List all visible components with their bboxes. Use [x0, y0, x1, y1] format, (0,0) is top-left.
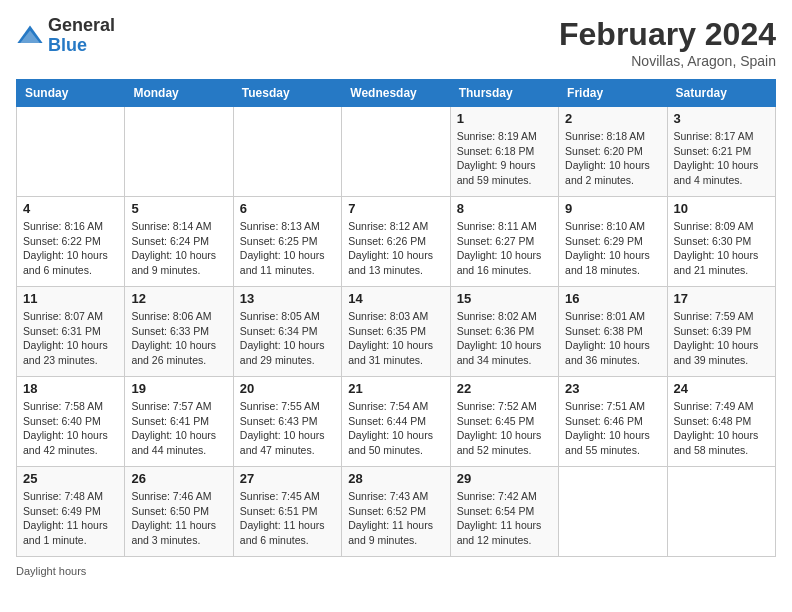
logo-general: General: [48, 15, 115, 35]
calendar-cell: 22Sunrise: 7:52 AMSunset: 6:45 PMDayligh…: [450, 377, 558, 467]
day-info: Sunrise: 8:09 AMSunset: 6:30 PMDaylight:…: [674, 219, 769, 278]
logo-icon: [16, 22, 44, 50]
day-number: 8: [457, 201, 552, 216]
calendar-cell: 10Sunrise: 8:09 AMSunset: 6:30 PMDayligh…: [667, 197, 775, 287]
week-row-3: 11Sunrise: 8:07 AMSunset: 6:31 PMDayligh…: [17, 287, 776, 377]
day-number: 25: [23, 471, 118, 486]
day-info: Sunrise: 7:58 AMSunset: 6:40 PMDaylight:…: [23, 399, 118, 458]
title-block: February 2024 Novillas, Aragon, Spain: [559, 16, 776, 69]
calendar-cell: 12Sunrise: 8:06 AMSunset: 6:33 PMDayligh…: [125, 287, 233, 377]
calendar-cell: [342, 107, 450, 197]
calendar-cell: [667, 467, 775, 557]
day-info: Sunrise: 8:03 AMSunset: 6:35 PMDaylight:…: [348, 309, 443, 368]
days-header-row: SundayMondayTuesdayWednesdayThursdayFrid…: [17, 80, 776, 107]
calendar-cell: 29Sunrise: 7:42 AMSunset: 6:54 PMDayligh…: [450, 467, 558, 557]
day-header-thursday: Thursday: [450, 80, 558, 107]
day-header-saturday: Saturday: [667, 80, 775, 107]
calendar-cell: 5Sunrise: 8:14 AMSunset: 6:24 PMDaylight…: [125, 197, 233, 287]
day-number: 27: [240, 471, 335, 486]
day-info: Sunrise: 7:51 AMSunset: 6:46 PMDaylight:…: [565, 399, 660, 458]
calendar-cell: 6Sunrise: 8:13 AMSunset: 6:25 PMDaylight…: [233, 197, 341, 287]
calendar-cell: [17, 107, 125, 197]
day-number: 19: [131, 381, 226, 396]
calendar-cell: 27Sunrise: 7:45 AMSunset: 6:51 PMDayligh…: [233, 467, 341, 557]
day-header-sunday: Sunday: [17, 80, 125, 107]
calendar-cell: 13Sunrise: 8:05 AMSunset: 6:34 PMDayligh…: [233, 287, 341, 377]
day-number: 6: [240, 201, 335, 216]
day-info: Sunrise: 8:10 AMSunset: 6:29 PMDaylight:…: [565, 219, 660, 278]
day-info: Sunrise: 7:49 AMSunset: 6:48 PMDaylight:…: [674, 399, 769, 458]
daylight-hours-label: Daylight hours: [16, 565, 86, 577]
calendar-cell: 1Sunrise: 8:19 AMSunset: 6:18 PMDaylight…: [450, 107, 558, 197]
calendar-cell: 16Sunrise: 8:01 AMSunset: 6:38 PMDayligh…: [559, 287, 667, 377]
day-info: Sunrise: 8:19 AMSunset: 6:18 PMDaylight:…: [457, 129, 552, 188]
calendar-cell: 4Sunrise: 8:16 AMSunset: 6:22 PMDaylight…: [17, 197, 125, 287]
calendar-cell: 7Sunrise: 8:12 AMSunset: 6:26 PMDaylight…: [342, 197, 450, 287]
day-number: 26: [131, 471, 226, 486]
footer: Daylight hours: [16, 565, 776, 577]
day-header-monday: Monday: [125, 80, 233, 107]
day-number: 14: [348, 291, 443, 306]
week-row-1: 1Sunrise: 8:19 AMSunset: 6:18 PMDaylight…: [17, 107, 776, 197]
logo: General Blue: [16, 16, 115, 56]
calendar-cell: [559, 467, 667, 557]
day-number: 10: [674, 201, 769, 216]
day-info: Sunrise: 8:02 AMSunset: 6:36 PMDaylight:…: [457, 309, 552, 368]
calendar-cell: 2Sunrise: 8:18 AMSunset: 6:20 PMDaylight…: [559, 107, 667, 197]
day-header-friday: Friday: [559, 80, 667, 107]
day-number: 3: [674, 111, 769, 126]
day-info: Sunrise: 7:52 AMSunset: 6:45 PMDaylight:…: [457, 399, 552, 458]
day-header-tuesday: Tuesday: [233, 80, 341, 107]
calendar-cell: [125, 107, 233, 197]
day-number: 5: [131, 201, 226, 216]
day-number: 29: [457, 471, 552, 486]
day-number: 11: [23, 291, 118, 306]
calendar-cell: 3Sunrise: 8:17 AMSunset: 6:21 PMDaylight…: [667, 107, 775, 197]
week-row-5: 25Sunrise: 7:48 AMSunset: 6:49 PMDayligh…: [17, 467, 776, 557]
day-info: Sunrise: 7:46 AMSunset: 6:50 PMDaylight:…: [131, 489, 226, 548]
day-number: 9: [565, 201, 660, 216]
day-number: 4: [23, 201, 118, 216]
calendar-cell: 23Sunrise: 7:51 AMSunset: 6:46 PMDayligh…: [559, 377, 667, 467]
day-info: Sunrise: 8:16 AMSunset: 6:22 PMDaylight:…: [23, 219, 118, 278]
day-number: 18: [23, 381, 118, 396]
calendar-cell: 19Sunrise: 7:57 AMSunset: 6:41 PMDayligh…: [125, 377, 233, 467]
calendar-cell: 14Sunrise: 8:03 AMSunset: 6:35 PMDayligh…: [342, 287, 450, 377]
day-number: 2: [565, 111, 660, 126]
calendar-cell: 26Sunrise: 7:46 AMSunset: 6:50 PMDayligh…: [125, 467, 233, 557]
day-number: 23: [565, 381, 660, 396]
day-info: Sunrise: 7:59 AMSunset: 6:39 PMDaylight:…: [674, 309, 769, 368]
calendar-cell: 28Sunrise: 7:43 AMSunset: 6:52 PMDayligh…: [342, 467, 450, 557]
day-info: Sunrise: 8:11 AMSunset: 6:27 PMDaylight:…: [457, 219, 552, 278]
day-info: Sunrise: 8:13 AMSunset: 6:25 PMDaylight:…: [240, 219, 335, 278]
location-subtitle: Novillas, Aragon, Spain: [559, 53, 776, 69]
day-number: 16: [565, 291, 660, 306]
week-row-4: 18Sunrise: 7:58 AMSunset: 6:40 PMDayligh…: [17, 377, 776, 467]
logo-text: General Blue: [48, 16, 115, 56]
calendar-cell: 9Sunrise: 8:10 AMSunset: 6:29 PMDaylight…: [559, 197, 667, 287]
calendar-cell: 21Sunrise: 7:54 AMSunset: 6:44 PMDayligh…: [342, 377, 450, 467]
day-info: Sunrise: 8:14 AMSunset: 6:24 PMDaylight:…: [131, 219, 226, 278]
day-number: 7: [348, 201, 443, 216]
day-number: 28: [348, 471, 443, 486]
day-info: Sunrise: 7:54 AMSunset: 6:44 PMDaylight:…: [348, 399, 443, 458]
day-info: Sunrise: 7:45 AMSunset: 6:51 PMDaylight:…: [240, 489, 335, 548]
calendar-cell: 8Sunrise: 8:11 AMSunset: 6:27 PMDaylight…: [450, 197, 558, 287]
day-info: Sunrise: 8:07 AMSunset: 6:31 PMDaylight:…: [23, 309, 118, 368]
day-number: 13: [240, 291, 335, 306]
day-number: 15: [457, 291, 552, 306]
calendar-cell: 11Sunrise: 8:07 AMSunset: 6:31 PMDayligh…: [17, 287, 125, 377]
day-number: 12: [131, 291, 226, 306]
day-info: Sunrise: 8:01 AMSunset: 6:38 PMDaylight:…: [565, 309, 660, 368]
day-info: Sunrise: 7:43 AMSunset: 6:52 PMDaylight:…: [348, 489, 443, 548]
day-info: Sunrise: 8:18 AMSunset: 6:20 PMDaylight:…: [565, 129, 660, 188]
week-row-2: 4Sunrise: 8:16 AMSunset: 6:22 PMDaylight…: [17, 197, 776, 287]
calendar-cell: 17Sunrise: 7:59 AMSunset: 6:39 PMDayligh…: [667, 287, 775, 377]
day-number: 20: [240, 381, 335, 396]
day-number: 24: [674, 381, 769, 396]
calendar-cell: 25Sunrise: 7:48 AMSunset: 6:49 PMDayligh…: [17, 467, 125, 557]
calendar-cell: [233, 107, 341, 197]
day-info: Sunrise: 7:42 AMSunset: 6:54 PMDaylight:…: [457, 489, 552, 548]
calendar-cell: 18Sunrise: 7:58 AMSunset: 6:40 PMDayligh…: [17, 377, 125, 467]
logo-blue: Blue: [48, 35, 87, 55]
